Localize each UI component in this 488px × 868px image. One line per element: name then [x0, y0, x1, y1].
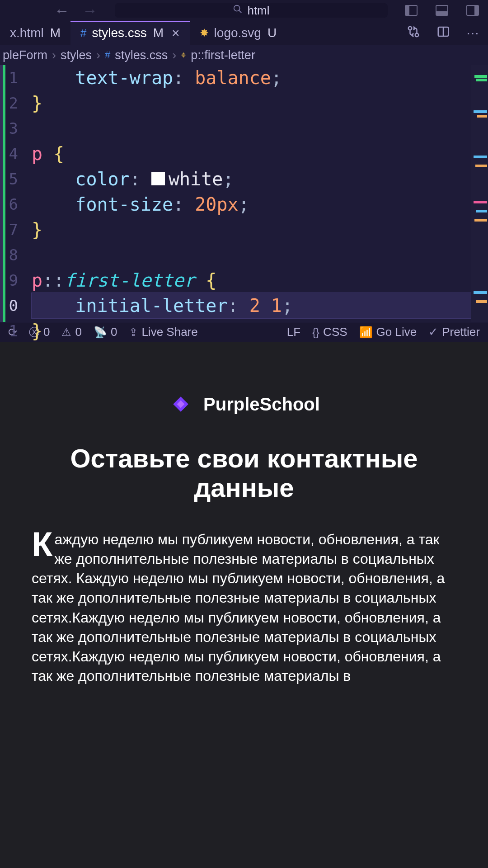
nav-back-icon[interactable]: ←: [54, 2, 70, 19]
editor-tabs: x.html M # styles.css M × ✸ logo.svg U ⋯: [0, 21, 488, 45]
svg-file-icon: ✸: [200, 27, 209, 39]
page-title: Оставьте свои контактные данные: [32, 444, 456, 503]
line-number: 1: [3, 318, 21, 344]
search-icon: [233, 4, 243, 17]
color-swatch-icon[interactable]: [151, 172, 165, 185]
layout-buttons: [405, 5, 479, 16]
line-number: 7: [3, 217, 21, 242]
line-number: 5: [3, 166, 21, 192]
breadcrumb-folder-0[interactable]: pleForm: [3, 48, 47, 62]
nav-forward-icon[interactable]: →: [82, 2, 98, 19]
code-line[interactable]: }: [32, 318, 488, 344]
chevron-right-icon: ›: [94, 48, 103, 62]
code-line[interactable]: p {: [32, 141, 488, 166]
tab-close-icon[interactable]: ×: [172, 25, 180, 41]
breadcrumb-file[interactable]: styles.css: [115, 48, 168, 62]
line-number: 6: [3, 192, 21, 217]
toggle-panel-right-icon[interactable]: [466, 5, 479, 16]
line-number: 8: [3, 242, 21, 268]
command-search[interactable]: html: [115, 3, 388, 18]
line-number: 4: [3, 141, 21, 166]
body-paragraph: Каждую неделю мы публикуем новости, обно…: [32, 530, 456, 686]
code-line[interactable]: }: [32, 90, 488, 116]
logo-icon: [168, 392, 193, 417]
breadcrumb-selector[interactable]: p::first-letter: [191, 48, 255, 62]
code-line[interactable]: [32, 116, 488, 141]
nav-arrows: ← →: [54, 2, 98, 19]
svg-point-2: [408, 26, 412, 30]
tab-logo-svg[interactable]: ✸ logo.svg U: [190, 21, 287, 45]
code-area[interactable]: text-wrap: balance; } p { color: white; …: [21, 65, 488, 322]
tab-styles-label: styles.css: [92, 26, 146, 40]
tab-styles-css[interactable]: # styles.css M ×: [70, 21, 190, 45]
tab-html[interactable]: x.html M: [0, 21, 70, 45]
code-line[interactable]: }: [32, 217, 488, 242]
svg-line-1: [239, 10, 242, 13]
chevron-right-icon: ›: [169, 48, 179, 62]
brand-logo: PurpleSchool: [32, 392, 456, 417]
code-editor[interactable]: 1 2 3 4 5 6 7 8 9 0 1 text-wrap: balance…: [0, 65, 488, 322]
line-number: 2: [3, 90, 21, 116]
tab-styles-modifier: M: [153, 26, 164, 40]
browser-preview: PurpleSchool Оставьте свои контактные да…: [0, 342, 488, 868]
minimap[interactable]: [471, 65, 488, 322]
breadcrumb[interactable]: pleForm › styles › # styles.css › ⌖ p::f…: [0, 45, 488, 65]
tab-html-label: x.html: [10, 26, 44, 40]
svg-point-3: [415, 33, 419, 37]
code-line-current[interactable]: initial-letter: 2 1;: [32, 293, 488, 318]
selector-icon: ⌖: [181, 49, 186, 61]
svg-point-0: [234, 5, 240, 11]
window-titlebar: ← → html: [0, 0, 488, 21]
code-line[interactable]: p::first-letter {: [32, 268, 488, 293]
tab-logo-modifier: U: [267, 26, 277, 40]
code-line[interactable]: text-wrap: balance;: [32, 65, 488, 90]
line-number: 1: [3, 65, 21, 90]
brand-name: PurpleSchool: [203, 394, 320, 415]
git-compare-icon[interactable]: [407, 25, 420, 42]
css-file-icon: #: [105, 49, 110, 61]
line-number: 9: [3, 268, 21, 293]
css-file-icon: #: [80, 27, 86, 39]
line-gutter: 1 2 3 4 5 6 7 8 9 0 1: [0, 65, 21, 322]
tab-html-modifier: M: [50, 26, 61, 40]
line-number: 3: [3, 116, 21, 141]
search-value: html: [247, 4, 269, 18]
code-line[interactable]: [32, 242, 488, 268]
toggle-panel-left-icon[interactable]: [405, 5, 418, 16]
chevron-right-icon: ›: [49, 48, 59, 62]
code-line[interactable]: font-size: 20px;: [32, 192, 488, 217]
line-number: 0: [3, 293, 21, 318]
toggle-panel-bottom-icon[interactable]: [436, 5, 448, 16]
split-editor-icon[interactable]: [436, 25, 450, 42]
code-line[interactable]: color: white;: [32, 166, 488, 192]
more-icon[interactable]: ⋯: [466, 26, 479, 41]
tab-logo-label: logo.svg: [214, 26, 261, 40]
breadcrumb-folder-1[interactable]: styles: [61, 48, 92, 62]
